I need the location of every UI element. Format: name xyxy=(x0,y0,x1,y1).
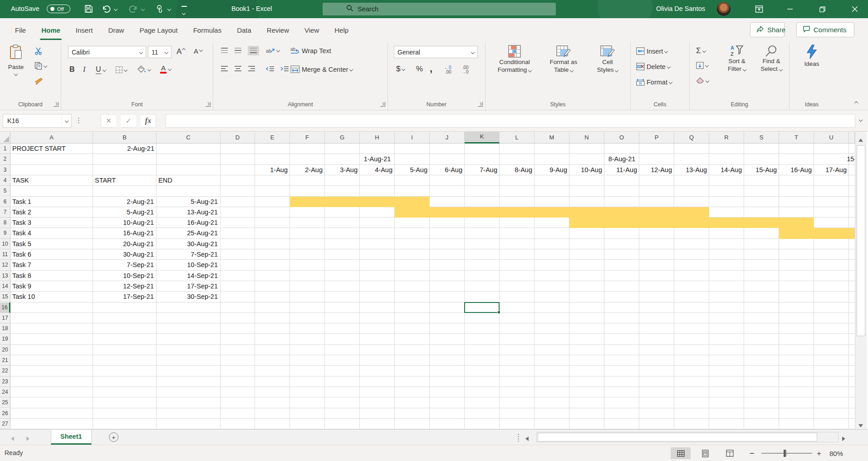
task-name-cell[interactable]: Task 5 xyxy=(12,239,91,249)
formula-input[interactable] xyxy=(166,114,855,128)
cell-styles-button[interactable]: CellStyles xyxy=(588,45,627,74)
fill-button[interactable] xyxy=(696,62,708,69)
row-header-20[interactable]: 20 xyxy=(0,345,10,355)
collapse-ribbon-icon[interactable] xyxy=(854,101,858,105)
find-select-button[interactable]: Find &Select xyxy=(755,45,788,73)
column-header-L[interactable]: L xyxy=(500,132,535,144)
name-box[interactable]: K16 xyxy=(3,114,72,128)
task-end-cell[interactable]: 30-Sep-21 xyxy=(157,292,218,302)
row-header-1[interactable]: 1 xyxy=(0,144,10,154)
task-name-cell[interactable]: Task 2 xyxy=(12,207,91,218)
insert-cells-button[interactable]: Insert xyxy=(636,47,667,55)
align-center-button[interactable] xyxy=(234,65,242,72)
tab-review[interactable]: Review xyxy=(259,18,297,42)
scroll-down-icon[interactable] xyxy=(858,421,863,429)
day-header-cell[interactable]: 15-Aug xyxy=(744,165,777,175)
day-header-cell[interactable]: 16-Aug xyxy=(779,165,812,175)
minimize-button[interactable] xyxy=(780,0,800,18)
borders-button[interactable] xyxy=(116,66,127,73)
bold-button[interactable]: B xyxy=(69,65,75,74)
align-right-button[interactable] xyxy=(248,65,255,72)
task-start-cell[interactable]: 5-Aug-21 xyxy=(93,207,154,218)
day-header-cell[interactable]: 12-Aug xyxy=(639,165,672,175)
name-box-dropdown-icon[interactable] xyxy=(64,119,68,123)
cell-B4[interactable]: START xyxy=(95,175,154,186)
column-header-T[interactable]: T xyxy=(779,132,814,144)
conditional-formatting-button[interactable]: ConditionalFormatting xyxy=(490,45,539,74)
format-painter-button[interactable] xyxy=(34,77,43,85)
undo-icon[interactable] xyxy=(102,5,111,15)
underline-button[interactable]: U xyxy=(96,65,106,74)
task-end-cell[interactable]: 5-Aug-21 xyxy=(157,197,218,207)
hscroll-left-icon[interactable] xyxy=(525,435,529,443)
restore-button[interactable] xyxy=(812,0,833,18)
decrease-decimal-button[interactable]: .00→0 xyxy=(461,65,469,74)
column-header-Q[interactable]: Q xyxy=(674,132,709,144)
top-align-button[interactable] xyxy=(221,47,228,54)
row-header-10[interactable]: 10 xyxy=(0,239,10,249)
tab-view[interactable]: View xyxy=(297,18,327,42)
delete-cells-button[interactable]: Delete xyxy=(636,63,670,70)
row-header-9[interactable]: 9 xyxy=(0,228,10,238)
number-format-select[interactable]: General xyxy=(394,46,478,58)
name-box-splitter[interactable] xyxy=(78,117,79,124)
column-header-S[interactable]: S xyxy=(744,132,779,144)
row-header-5[interactable]: 5 xyxy=(0,186,10,196)
task-name-cell[interactable]: Task 1 xyxy=(12,197,91,207)
cell-C4[interactable]: END xyxy=(158,175,218,186)
row-header-25[interactable]: 25 xyxy=(0,397,10,408)
copy-button[interactable] xyxy=(34,62,47,70)
merge-center-button[interactable]: Merge & Center xyxy=(290,65,353,73)
ribbon-display-options-icon[interactable] xyxy=(749,0,770,18)
format-cells-button[interactable]: Format xyxy=(636,78,672,86)
day-header-cell[interactable]: 5-Aug xyxy=(395,165,427,175)
column-header-A[interactable]: A xyxy=(10,132,93,144)
row-header-24[interactable]: 24 xyxy=(0,387,10,397)
week-header-cell[interactable]: 1-Aug-21 xyxy=(255,154,500,164)
task-end-cell[interactable]: 10-Sep-21 xyxy=(157,260,218,270)
gantt-bar-row6[interactable] xyxy=(290,197,430,207)
gantt-bar-row9[interactable] xyxy=(779,228,855,238)
column-header-B[interactable]: B xyxy=(93,132,157,144)
row-header-23[interactable]: 23 xyxy=(0,377,10,387)
task-start-cell[interactable]: 2-Aug-21 xyxy=(93,197,154,207)
task-end-cell[interactable]: 25-Aug-21 xyxy=(157,228,218,238)
day-header-cell[interactable]: 9-Aug xyxy=(535,165,567,175)
task-start-cell[interactable]: 10-Sep-21 xyxy=(93,271,154,281)
sort-filter-button[interactable]: AZ Sort &Filter xyxy=(720,45,754,73)
alignment-dialog-launcher-icon[interactable] xyxy=(380,102,385,107)
day-header-cell[interactable]: 1-Aug xyxy=(255,165,288,175)
column-header-I[interactable]: I xyxy=(395,132,430,144)
select-all-corner[interactable] xyxy=(0,132,10,144)
user-avatar[interactable] xyxy=(717,2,731,16)
normal-view-button[interactable] xyxy=(671,447,691,459)
bottom-align-button[interactable] xyxy=(248,46,259,55)
close-button[interactable] xyxy=(844,0,865,18)
italic-button[interactable]: I xyxy=(83,65,85,74)
task-start-cell[interactable]: 10-Aug-21 xyxy=(93,218,154,228)
row-header-26[interactable]: 26 xyxy=(0,408,10,419)
row-header-3[interactable]: 3 xyxy=(0,165,10,175)
day-header-cell[interactable]: 8-Aug xyxy=(500,165,532,175)
week-header-cell[interactable]: 15-Aug-21 xyxy=(744,154,855,164)
tab-insert[interactable]: Insert xyxy=(68,18,101,42)
task-start-cell[interactable]: 7-Sep-21 xyxy=(93,260,154,270)
tab-draw[interactable]: Draw xyxy=(100,18,132,42)
row-header-16[interactable]: 16 xyxy=(0,302,10,313)
day-header-cell[interactable]: 14-Aug xyxy=(709,165,742,175)
task-name-cell[interactable]: Task 4 xyxy=(12,228,91,238)
column-header-R[interactable]: R xyxy=(709,132,744,144)
row-header-2[interactable]: 2 xyxy=(0,154,10,164)
vertical-scroll-thumb[interactable] xyxy=(857,145,865,336)
task-name-cell[interactable]: Task 3 xyxy=(12,218,91,228)
hscroll-right-icon[interactable] xyxy=(842,435,845,443)
tab-formulas[interactable]: Formulas xyxy=(186,18,230,42)
task-end-cell[interactable]: 30-Aug-21 xyxy=(157,239,218,249)
middle-align-button[interactable] xyxy=(234,47,242,54)
align-left-button[interactable] xyxy=(221,65,228,72)
search-input[interactable]: Search xyxy=(323,3,556,15)
tab-file[interactable]: File xyxy=(7,18,34,42)
decrease-indent-button[interactable] xyxy=(266,65,275,72)
row-header-14[interactable]: 14 xyxy=(0,281,10,292)
column-header-F[interactable]: F xyxy=(290,132,325,144)
